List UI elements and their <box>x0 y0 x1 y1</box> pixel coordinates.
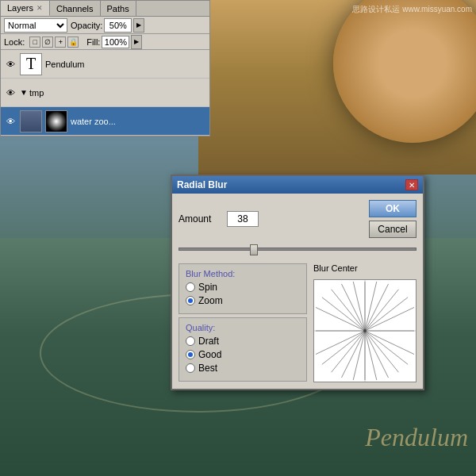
svg-line-22 <box>316 331 365 355</box>
radio-zoom-label: Zoom <box>198 295 223 306</box>
radio-best-circle[interactable] <box>186 363 195 373</box>
opacity-label: Opacity: <box>71 21 102 30</box>
svg-line-6 <box>365 307 414 331</box>
opacity-input[interactable] <box>104 18 132 33</box>
tab-layers[interactable]: Layers ✕ <box>1 1 50 16</box>
fill-arrow[interactable]: ▶ <box>131 35 142 49</box>
fill-label: Fill: <box>86 37 100 47</box>
blur-center-label: Blur Center <box>313 263 416 273</box>
layer-item-pendulum[interactable]: 👁 T Pendulum <box>1 50 209 79</box>
slider-track <box>178 248 416 251</box>
quality-section: Quality: Draft Good Best <box>178 317 307 382</box>
blur-method-title: Blur Method: <box>186 269 300 278</box>
layer-mask-thumb-water <box>45 110 67 132</box>
lock-row: Lock: □ ∅ + 🔒 Fill: ▶ <box>1 34 209 50</box>
layer-name-pendulum: Pendulum <box>45 60 206 69</box>
blend-mode-row: Normal Opacity: ▶ <box>1 17 209 34</box>
blur-center-panel: Blur Center <box>313 263 416 382</box>
lock-icon-3[interactable]: + <box>55 36 66 48</box>
svg-line-14 <box>365 331 389 378</box>
radio-spin[interactable]: Spin <box>186 282 300 293</box>
svg-line-8 <box>341 284 365 331</box>
ok-button[interactable]: OK <box>369 200 416 217</box>
pendulum-script-text: Pendulum <box>365 423 468 452</box>
dialog-main-row: Blur Method: Spin Zoom Quality: D <box>178 263 416 382</box>
ok-cancel-buttons: OK Cancel <box>369 200 416 238</box>
radio-good-label: Good <box>198 349 221 360</box>
radio-draft[interactable]: Draft <box>186 336 300 347</box>
svg-line-21 <box>322 331 365 364</box>
lock-icon-4[interactable]: 🔒 <box>67 36 79 48</box>
blur-center-grid[interactable] <box>313 279 416 382</box>
radio-good[interactable]: Good <box>186 349 300 360</box>
dialog-close-button[interactable]: ✕ <box>405 179 418 190</box>
svg-line-17 <box>365 331 414 355</box>
radio-good-circle[interactable] <box>186 350 195 359</box>
tab-channels-label: Channels <box>56 4 93 13</box>
svg-line-11 <box>316 307 365 331</box>
blend-mode-select[interactable]: Normal <box>4 18 67 33</box>
lock-icon-1[interactable]: □ <box>29 36 40 48</box>
layer-list: 👁 T Pendulum 👁 ▼ tmp 👁 water zoo... <box>1 50 209 136</box>
layer-item-tmp[interactable]: 👁 ▼ tmp <box>1 79 209 107</box>
folder-arrow-tmp[interactable]: ▼ <box>20 88 28 97</box>
layer-thumb-water <box>20 110 42 132</box>
blur-method-section: Blur Method: Spin Zoom <box>178 263 307 314</box>
hamster-circle <box>333 0 476 143</box>
radio-best-label: Best <box>198 363 217 374</box>
slider-row <box>178 243 416 255</box>
fill-input[interactable] <box>102 36 129 48</box>
radial-blur-dialog: Radial Blur ✕ Amount OK Cancel <box>171 175 424 390</box>
dialog-body: Amount OK Cancel Blur Method: <box>172 194 423 389</box>
layer-visibility-tmp[interactable]: 👁 <box>4 86 17 99</box>
radio-draft-label: Draft <box>198 336 219 347</box>
amount-row: Amount OK Cancel <box>178 200 416 238</box>
radio-spin-label: Spin <box>198 282 217 293</box>
svg-line-19 <box>341 331 365 378</box>
radio-zoom-circle[interactable] <box>186 296 195 305</box>
tab-paths[interactable]: Paths <box>101 1 136 16</box>
amount-slider[interactable] <box>178 243 416 255</box>
radio-draft-circle[interactable] <box>186 336 195 346</box>
layer-name-tmp: tmp <box>29 88 206 98</box>
opacity-arrow[interactable]: ▶ <box>133 18 144 33</box>
svg-line-5 <box>365 298 408 331</box>
layer-thumb-pendulum: T <box>20 53 42 75</box>
lock-label: Lock: <box>4 37 25 47</box>
tab-layers-close[interactable]: ✕ <box>36 4 43 12</box>
radio-spin-circle[interactable] <box>186 282 195 292</box>
radio-best[interactable]: Best <box>186 363 300 374</box>
panel-tabs: Layers ✕ Channels Paths <box>1 1 209 17</box>
layer-visibility-pendulum[interactable]: 👁 <box>4 58 17 71</box>
tab-channels[interactable]: Channels <box>50 1 100 16</box>
radio-zoom[interactable]: Zoom <box>186 295 300 306</box>
cancel-button[interactable]: Cancel <box>369 221 416 238</box>
watermark-text: 思路设计私运 www.missyuan.com <box>352 4 472 15</box>
quality-title: Quality: <box>186 323 300 332</box>
layer-name-water: water zoo... <box>71 117 206 126</box>
dialog-title: Radial Blur <box>177 179 227 190</box>
slider-thumb[interactable] <box>250 244 258 255</box>
layers-panel: Layers ✕ Channels Paths Normal Opacity: … <box>0 0 210 136</box>
dialog-left-panel: Blur Method: Spin Zoom Quality: D <box>178 263 307 382</box>
amount-label: Amount <box>178 213 222 225</box>
layer-item-water[interactable]: 👁 water zoo... <box>1 107 209 136</box>
svg-line-3 <box>365 284 389 331</box>
amount-input[interactable] <box>227 211 259 227</box>
svg-line-10 <box>322 298 365 331</box>
hamster-image-area <box>198 0 476 175</box>
layer-visibility-water[interactable]: 👁 <box>4 115 17 128</box>
dialog-titlebar: Radial Blur ✕ <box>172 176 423 194</box>
lock-icon-2[interactable]: ∅ <box>42 36 53 48</box>
svg-line-16 <box>365 331 408 364</box>
tab-paths-label: Paths <box>107 4 129 13</box>
tab-layers-label: Layers <box>7 3 33 13</box>
